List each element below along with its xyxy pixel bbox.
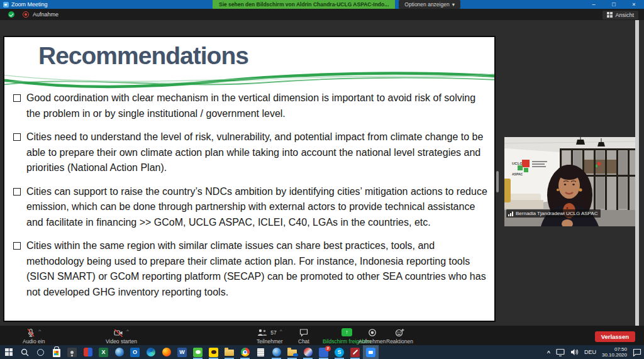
microsoft-store-icon — [53, 349, 60, 357]
windows-logo-icon — [5, 348, 13, 356]
cloud-folder-icon — [287, 350, 297, 356]
video-options-caret[interactable]: ^ — [126, 329, 129, 334]
messenger-app-icon: 2 — [319, 348, 328, 357]
participant-name-tag: Bernadia Tjandradewi UCLG ASPAC — [506, 209, 601, 218]
participants-button[interactable]: 57 ^ Teilnehmer — [257, 328, 283, 345]
taskbar-edge[interactable] — [143, 345, 158, 359]
taskbar-chrome[interactable] — [237, 345, 253, 359]
kakaotalk-icon — [209, 348, 218, 357]
remote-app-icon — [67, 348, 77, 357]
globe-app-icon — [115, 348, 124, 356]
taskbar-explorer[interactable] — [221, 345, 237, 359]
outlook-icon: O — [130, 348, 140, 357]
taskbar-skype[interactable]: S — [331, 345, 347, 359]
taskbar-store[interactable] — [48, 345, 64, 359]
taskbar-notepad[interactable] — [253, 345, 269, 359]
green-swoosh-decoration — [4, 66, 494, 90]
taskbar-zoom[interactable] — [363, 345, 379, 359]
square-bullet-icon — [13, 94, 21, 102]
close-button[interactable]: × — [624, 0, 644, 9]
zoom-toolbar: ^ Audio ein ^ Video starten — [0, 326, 644, 345]
wechat-icon — [193, 348, 203, 357]
participants-icon — [257, 328, 267, 337]
file-explorer-icon — [225, 350, 234, 356]
notification-badge: 2 — [325, 346, 331, 351]
square-bullet-icon — [13, 133, 21, 141]
share-screen-icon: ↑ — [341, 328, 352, 336]
taskbar-remote-app[interactable] — [64, 345, 80, 359]
taskbar-excel[interactable]: X — [96, 345, 111, 359]
taskbar-onedrive-folder[interactable] — [284, 345, 300, 359]
square-bullet-icon — [13, 188, 21, 196]
taskbar-word[interactable]: W — [174, 345, 190, 359]
show-options-button[interactable]: Optionen anzeigen ▾ — [399, 0, 460, 9]
taskbar-firefox[interactable] — [158, 345, 174, 359]
minimize-button[interactable]: – — [584, 0, 604, 9]
taskbar-search[interactable] — [17, 345, 33, 359]
taskbar-kakao[interactable] — [206, 345, 221, 359]
action-center-icon[interactable] — [633, 348, 641, 356]
chat-button[interactable]: Chat — [298, 328, 309, 345]
zoom-app-icon — [3, 2, 9, 8]
view-button[interactable]: Ansicht — [602, 11, 638, 19]
speaker-icon[interactable] — [570, 348, 579, 356]
recording-icon — [23, 11, 29, 18]
scrollbar-thumb[interactable] — [496, 171, 499, 192]
video-button[interactable]: ^ Video starten — [106, 328, 137, 345]
chrome-icon — [241, 348, 250, 356]
zoom-meeting-window: Zoom Meeting Sie sehen den Bildschirm vo… — [0, 0, 644, 359]
participant-video[interactable]: UCLG ASPAC — [504, 137, 635, 226]
maximize-button[interactable]: □ — [604, 0, 624, 9]
muted-mic-icon — [26, 328, 35, 338]
search-icon — [21, 348, 29, 356]
taskbar-cortana[interactable] — [33, 345, 48, 359]
system-tray: ^ DEU 07:50 30.10.2020 — [547, 345, 641, 359]
bullet-item: Good coordination with clear mechanism i… — [13, 91, 489, 121]
tray-expand-chevron[interactable]: ^ — [547, 350, 550, 356]
slide-bullet-list: Good coordination with clear mechanism i… — [13, 91, 489, 308]
notepad-icon — [257, 348, 264, 356]
svg-text:ASPAC: ASPAC — [512, 172, 523, 176]
taskbar-rocket-app[interactable] — [300, 345, 316, 359]
taskbar-globe-app[interactable] — [111, 345, 127, 359]
display-network-icon[interactable] — [556, 348, 565, 356]
zoom-taskbar-icon — [366, 348, 375, 357]
reactions-button[interactable]: Reaktionen — [386, 328, 413, 345]
security-shield-icon[interactable] — [8, 11, 14, 18]
window-title: Zoom Meeting — [11, 1, 48, 8]
start-button[interactable] — [1, 345, 17, 359]
skype-icon: S — [335, 348, 344, 357]
grid-view-icon — [607, 12, 613, 18]
bullet-item: Cities can support to raise the country’… — [13, 184, 489, 231]
screen-share-banner: Sie sehen den Bildschirm von Aldrin Chan… — [213, 0, 395, 9]
taskbar-pdf-app[interactable] — [347, 345, 363, 359]
firefox-icon — [162, 348, 171, 356]
keyboard-language[interactable]: DEU — [584, 349, 596, 355]
signal-bars-icon — [508, 211, 514, 216]
tray-time: 07:50 — [614, 346, 627, 352]
meeting-info-bar: Aufnahme Ansicht — [0, 9, 644, 20]
bullet-item: Cities need to understand the level of r… — [13, 130, 489, 176]
taskbar-colorful-app[interactable] — [80, 345, 96, 359]
audio-options-caret[interactable]: ^ — [38, 329, 41, 334]
cortana-icon — [37, 349, 44, 356]
record-button[interactable]: Aufnehmen — [358, 328, 386, 345]
taskbar-globe2-app[interactable] — [269, 345, 284, 359]
rocket-app-icon — [304, 348, 313, 356]
taskbar-badge-app[interactable]: 2 — [316, 345, 331, 359]
taskbar-outlook[interactable]: O — [127, 345, 143, 359]
record-icon — [368, 328, 377, 337]
tray-clock[interactable]: 07:50 30.10.2020 — [602, 346, 627, 358]
taskbar-wechat[interactable] — [190, 345, 206, 359]
tray-date: 30.10.2020 — [602, 352, 627, 358]
shared-slide: Recommendations Good coordination with c… — [3, 36, 496, 322]
word-icon: W — [177, 348, 187, 357]
edge-icon — [147, 348, 155, 356]
square-bullet-icon — [13, 242, 21, 250]
audio-button[interactable]: ^ Audio ein — [23, 328, 45, 345]
participants-caret[interactable]: ^ — [280, 329, 282, 334]
right-edge-strip — [635, 20, 639, 326]
svg-text:UCLG: UCLG — [512, 162, 523, 165]
leave-meeting-button[interactable]: Verlassen — [595, 331, 635, 342]
muted-camera-icon — [114, 328, 123, 338]
